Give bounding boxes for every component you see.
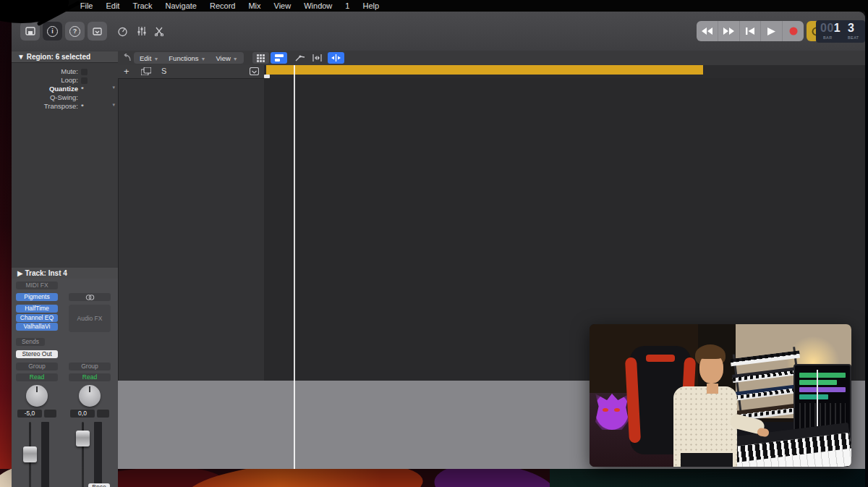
volume-value[interactable]: -5,0 xyxy=(17,410,42,418)
group-slot[interactable]: Group xyxy=(69,363,111,370)
track-list-header: + S xyxy=(118,65,264,79)
record-button[interactable] xyxy=(783,21,804,41)
neon-sign xyxy=(595,394,629,430)
inspector-label: Loop: xyxy=(61,76,78,84)
track-inspector-header[interactable]: ▶ Track: Inst 4 xyxy=(12,268,118,279)
fader-knob[interactable] xyxy=(76,431,90,446)
menu-edit[interactable]: Edit xyxy=(106,1,119,10)
lcd-beat-label: BEAT xyxy=(848,35,859,40)
volume-value[interactable]: 0,0 xyxy=(70,410,95,418)
pan-knob[interactable] xyxy=(79,385,101,407)
menu-file[interactable]: File xyxy=(80,1,93,10)
channel-strip-inst4: MIDI FX Pigments HalfTime Channel EQ Val… xyxy=(14,279,60,487)
control-bar: i ? 001 3 BAR BEAT xyxy=(12,12,865,51)
menu-navigate[interactable]: Navigate xyxy=(166,1,197,10)
bar-ruler[interactable] xyxy=(264,65,865,79)
level-meter xyxy=(41,422,49,487)
track-header-column xyxy=(118,78,264,381)
stereo-format-button[interactable] xyxy=(69,293,111,301)
inspector-row-quantize: Quantize*▾ xyxy=(12,85,118,93)
forward-button[interactable] xyxy=(718,21,740,41)
rewind-button[interactable] xyxy=(697,21,718,41)
instrument-slot-pigments[interactable]: Pigments xyxy=(16,293,58,301)
screen: Logic Pro FileEditTrackNavigateRecordMix… xyxy=(0,0,868,487)
pan-knob[interactable] xyxy=(26,385,48,407)
grid-view-icon[interactable] xyxy=(252,52,269,64)
menu-bar: Logic Pro FileEditTrackNavigateRecordMix… xyxy=(0,0,868,12)
midi-fx-label: MIDI FX xyxy=(16,281,58,289)
inspector-label: Mute: xyxy=(61,67,78,75)
arrange-toolbar: Edit▼ Functions▼ View▼ xyxy=(118,51,865,66)
fader-knob[interactable] xyxy=(23,446,37,462)
automation-mode[interactable]: Read xyxy=(16,373,58,381)
mixer-icon[interactable] xyxy=(132,22,151,41)
cycle-range[interactable] xyxy=(266,65,703,75)
inspector-value[interactable]: * xyxy=(81,85,84,93)
transport-controls xyxy=(697,21,804,41)
fx-slot-channel-eq[interactable]: Channel EQ xyxy=(16,314,58,322)
wallpaper-left-edge xyxy=(0,12,12,487)
inspector-row-loop-: Loop: xyxy=(12,76,118,85)
stepper-icon[interactable]: ▾ xyxy=(112,85,115,90)
toolbar-menu-icon[interactable] xyxy=(88,22,107,41)
channel-strips: MIDI FX Pigments HalfTime Channel EQ Val… xyxy=(12,279,118,487)
inspector-value-box[interactable] xyxy=(81,69,88,75)
regions-view-icon[interactable] xyxy=(271,52,287,64)
inspector-value[interactable]: * xyxy=(81,102,84,110)
fx-slot-halftime[interactable]: HalfTime xyxy=(16,305,58,313)
solo-tracks-button[interactable]: S xyxy=(161,67,166,75)
person-pants xyxy=(681,453,733,467)
region-inspector-header[interactable]: ▼ Region: 6 selected xyxy=(12,51,118,63)
automation-icon[interactable] xyxy=(292,52,308,64)
wallpaper-right-edge xyxy=(865,12,868,487)
lcd-bar-dim: 00 xyxy=(820,22,834,34)
catch-playhead-icon[interactable] xyxy=(328,52,344,64)
playhead-line[interactable] xyxy=(294,65,295,469)
lcd-bar-value: 1 xyxy=(834,22,841,34)
automation-toggle-icon[interactable] xyxy=(250,67,259,77)
inspector-label: Q-Swing: xyxy=(50,93,78,101)
functions-menu[interactable]: Functions▼ xyxy=(169,54,205,62)
menu-1[interactable]: 1 xyxy=(345,1,349,10)
wallpaper-bottom-strip xyxy=(0,469,868,487)
scissors-icon[interactable] xyxy=(149,22,169,41)
edit-menu[interactable]: Edit▼ xyxy=(140,54,158,62)
inspector-icon[interactable]: i xyxy=(43,22,62,41)
lcd-bar-label: BAR xyxy=(823,35,833,40)
webcam-overlay xyxy=(590,324,851,467)
menu-record[interactable]: Record xyxy=(210,1,235,10)
flex-icon[interactable] xyxy=(309,52,326,64)
menu-mix[interactable]: Mix xyxy=(248,1,260,10)
track-stack-icon[interactable] xyxy=(141,67,151,77)
midi-in-arrow-icon[interactable] xyxy=(122,54,132,62)
region-inspector: ▼ Region: 6 selected Mute:Loop:Quantize*… xyxy=(12,51,119,469)
add-track-button[interactable]: + xyxy=(124,66,129,77)
inspector-row-mute-: Mute: xyxy=(12,67,118,76)
bounce-button[interactable]: Bnce xyxy=(88,483,110,487)
menu-view[interactable]: View xyxy=(274,1,292,10)
fx-slot-valhalla[interactable]: ValhallaVi xyxy=(16,323,58,331)
menu-track[interactable]: Track xyxy=(132,1,152,10)
inspector-row-transpose-: Transpose:*▾ xyxy=(12,102,118,111)
metronome-icon[interactable] xyxy=(113,22,132,41)
inspector-label: Quantize xyxy=(49,85,78,93)
stop-button[interactable] xyxy=(740,21,762,41)
inspector-label: Transpose: xyxy=(44,102,78,110)
inspector-value-box[interactable] xyxy=(81,77,88,84)
channel-strip-stereo-out: Audio FX Group Read 0,0 Bnce M S xyxy=(67,279,113,487)
play-button[interactable] xyxy=(761,21,783,41)
lcd-display[interactable]: 001 3 BAR BEAT xyxy=(816,20,865,43)
sends-slot[interactable]: Sends xyxy=(16,338,45,346)
group-slot[interactable]: Group xyxy=(16,363,58,370)
menu-help[interactable]: Help xyxy=(362,1,379,10)
lcd-beat-value: 3 xyxy=(848,22,854,34)
quick-help-icon[interactable]: ? xyxy=(65,22,85,41)
automation-mode[interactable]: Read xyxy=(69,373,111,381)
person-neck xyxy=(707,384,718,394)
output-slot[interactable]: Stereo Out xyxy=(16,350,58,358)
stepper-icon[interactable]: ▾ xyxy=(112,102,115,108)
menu-window[interactable]: Window xyxy=(304,1,332,10)
person-hair-top xyxy=(697,346,724,359)
audio-fx-area[interactable]: Audio FX xyxy=(69,305,111,332)
view-menu[interactable]: View▼ xyxy=(216,54,237,62)
